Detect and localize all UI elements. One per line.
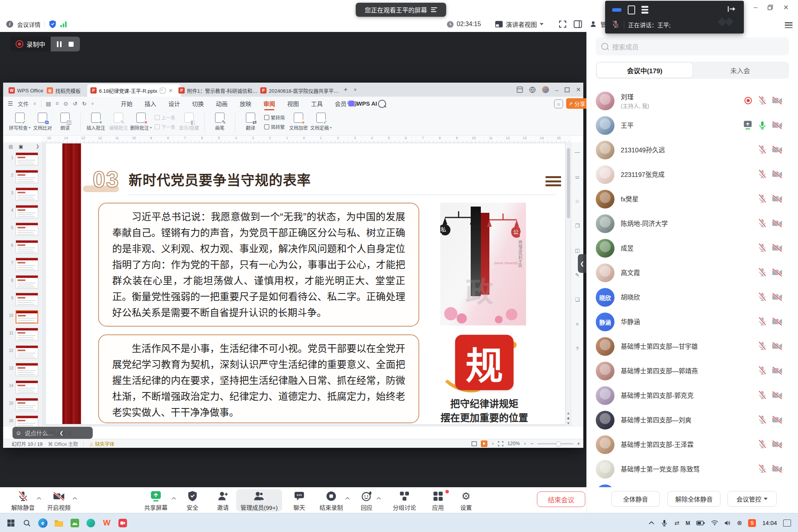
tray-chevron-icon[interactable] <box>649 521 654 525</box>
slide-thumbnail-16[interactable]: 16 <box>3 415 42 426</box>
tray-sogou-icon[interactable]: S <box>748 519 756 527</box>
collapse-pill-icon[interactable]: ❮ <box>60 430 64 436</box>
close-button[interactable]: ✕ <box>780 2 792 12</box>
toolbar-分组讨论[interactable]: 分组讨论 <box>387 489 422 512</box>
banner-list-icon[interactable] <box>431 7 437 12</box>
preview-icon[interactable]: ⊙ <box>64 101 68 107</box>
slide-thumbnail-3[interactable]: 3 <box>3 187 42 203</box>
assistant-icon[interactable]: ☺ <box>554 99 563 108</box>
theme-label[interactable]: Office 主题 <box>54 442 78 447</box>
participants-tab-会议中(179)[interactable]: 会议中(179) <box>597 63 692 78</box>
wps-layout-icon[interactable] <box>517 87 523 93</box>
menu-tab-审阅[interactable]: 审阅 <box>263 97 276 110</box>
toolbar-共享屏幕[interactable]: 共享屏幕 <box>137 489 175 512</box>
security-shield-icon[interactable] <box>49 20 56 28</box>
tray-blocked-icon[interactable]: ⊗ <box>737 519 742 527</box>
tray-mic-icon[interactable] <box>660 519 668 527</box>
tray-volume-icon[interactable] <box>724 520 731 526</box>
thumbnail-preview[interactable] <box>16 345 38 359</box>
participant-row[interactable]: 陈炳地-同济大学 <box>586 212 798 236</box>
comment-pill[interactable]: ☺ 说点什么... ❮ <box>12 427 93 439</box>
menu-tab-设计[interactable]: 设计 <box>168 97 181 110</box>
menu-tab-插入[interactable]: 插入 <box>144 97 157 110</box>
star-icon[interactable]: ☆ <box>571 198 583 204</box>
participant-list[interactable]: 刘瑾(主持人, 我)王平2131049孙久远2231197张竞成fx樊星陈炳地-… <box>586 82 798 487</box>
network-signal-icon[interactable] <box>60 21 67 27</box>
zoom-in-button[interactable]: + <box>577 440 580 447</box>
zoom-out-button[interactable]: − <box>530 440 533 447</box>
participant-row[interactable]: 高文霞 <box>586 261 798 285</box>
file-menu-caret[interactable]: ∨ <box>33 101 36 106</box>
footer-button-会议管控[interactable]: 会议管控 <box>727 491 777 507</box>
collapse-pane-icon[interactable]: — <box>571 149 583 155</box>
chevron-up-icon[interactable] <box>345 495 350 502</box>
ribbon-item-删除批注[interactable]: ×删除批注 <box>130 113 152 131</box>
slide-page[interactable]: 03 新时代党员要争当守规的表率 习近平总书记说：我愿意做到一个“无我”的状态，… <box>46 143 565 424</box>
wps-account-avatar[interactable] <box>542 86 549 93</box>
photos-app-icon[interactable] <box>67 516 83 530</box>
slide-thumbnail-9[interactable]: 9 <box>3 292 42 308</box>
thumbnail-preview[interactable] <box>16 187 38 201</box>
ribbon-item-朗读[interactable]: ◫朗读 <box>54 113 76 131</box>
participant-row[interactable]: 奇成基础博士第一党支部 邹奇成 <box>586 482 798 487</box>
thumbnail-preview[interactable] <box>16 310 38 323</box>
zoom-level[interactable]: 120% <box>507 441 520 446</box>
collapse-panel-handle[interactable]: ❮ <box>578 254 586 273</box>
slideshow-play-button[interactable] <box>481 440 487 447</box>
fit-view-icon[interactable] <box>498 441 503 446</box>
wps-maximize-button[interactable] <box>565 87 570 92</box>
slide-page-buttons[interactable]: ▲◆▼ <box>565 411 571 425</box>
ribbon-item-翻译[interactable]: ⇄翻译 <box>239 113 262 131</box>
file-menu[interactable]: 文件 <box>18 100 28 108</box>
wps-app-icon[interactable]: W <box>99 516 115 530</box>
slide-thumbnail-4[interactable]: 4 <box>3 204 42 220</box>
comment-input-placeholder[interactable]: 说点什么... <box>25 429 53 437</box>
ribbon-item-文档加密[interactable]: ●文档加密 <box>287 113 310 131</box>
play-caret[interactable]: ∨ <box>491 442 494 445</box>
menu-tab-放映[interactable]: 放映 <box>239 97 252 110</box>
meeting-app-icon[interactable] <box>115 516 131 530</box>
grid-icon[interactable]: ⌗ <box>571 321 583 327</box>
thumbnail-preview[interactable] <box>16 398 38 411</box>
slide-thumbnail-2[interactable]: 2 <box>3 169 42 185</box>
menu-tab-工具[interactable]: 工具 <box>310 97 323 110</box>
thumbnail-preview[interactable] <box>16 240 38 253</box>
participant-row[interactable]: 基础博士第一党支部 陈致骛 <box>586 457 798 482</box>
emoji-icon[interactable]: ☺ <box>16 429 21 436</box>
tray-ime-icon[interactable]: M <box>685 520 690 526</box>
thumbnail-preview[interactable] <box>16 258 38 271</box>
ribbon-item-繁转简[interactable]: 繁转简 <box>264 114 285 121</box>
toolbar-安全[interactable]: 安全 <box>180 489 205 512</box>
chart-icon[interactable]: ◫ <box>571 247 583 253</box>
minimize-button[interactable]: – <box>750 2 761 12</box>
thumbnail-preview[interactable] <box>16 328 38 341</box>
participant-row[interactable]: 2231197张竞成 <box>586 163 798 187</box>
thumbnail-preview[interactable] <box>16 275 38 288</box>
members-header-button[interactable]: 管 <box>590 16 607 32</box>
thumbnail-preview[interactable] <box>16 170 38 183</box>
view-mode-button[interactable]: 演讲者视图 <box>495 16 544 32</box>
participant-row[interactable]: 基础博士第四支部-王泽霖 <box>586 433 798 457</box>
collapse-thumbs-icon[interactable]: ❯ <box>36 144 39 149</box>
participant-row[interactable]: 2131049孙久远 <box>586 138 798 163</box>
wps-doc-tab[interactable]: P20240618-医学院仪器共享平台简 <box>257 84 346 97</box>
share-document-button[interactable]: ⇗分享 <box>566 98 588 109</box>
start-icon[interactable] <box>3 516 19 530</box>
thumbnail-preview[interactable] <box>16 293 38 306</box>
wps-ai-button[interactable]: WPS AI <box>348 97 377 110</box>
adjust-icon[interactable]: ⚍ <box>571 174 583 180</box>
minimized-window-icon[interactable] <box>612 8 621 12</box>
new-tab-button[interactable]: + <box>344 86 348 94</box>
slides-view-icon[interactable]: ▣ <box>19 144 23 149</box>
wps-doc-tab[interactable]: P6.18纪律党课-王平-R.pptx✕ <box>87 84 181 97</box>
copy-icon[interactable]: ❐ <box>571 223 583 229</box>
file-explorer-icon[interactable] <box>51 516 67 530</box>
wps-doc-tab[interactable]: WWPS Office <box>5 84 49 97</box>
slide-thumbnail-5[interactable]: 5 <box>3 222 42 238</box>
chevron-up-icon[interactable] <box>171 495 176 502</box>
notification-center-icon[interactable] <box>783 520 791 527</box>
normal-view-icon[interactable] <box>471 441 477 446</box>
toolbar-管理成员(99+)[interactable]: 管理成员(99+) <box>236 489 282 512</box>
tray-sync-icon[interactable]: ⇄ <box>674 520 680 527</box>
notes-bar[interactable]: 单击此处添加备注 ☺ 说点什么... ❮ <box>3 426 583 439</box>
